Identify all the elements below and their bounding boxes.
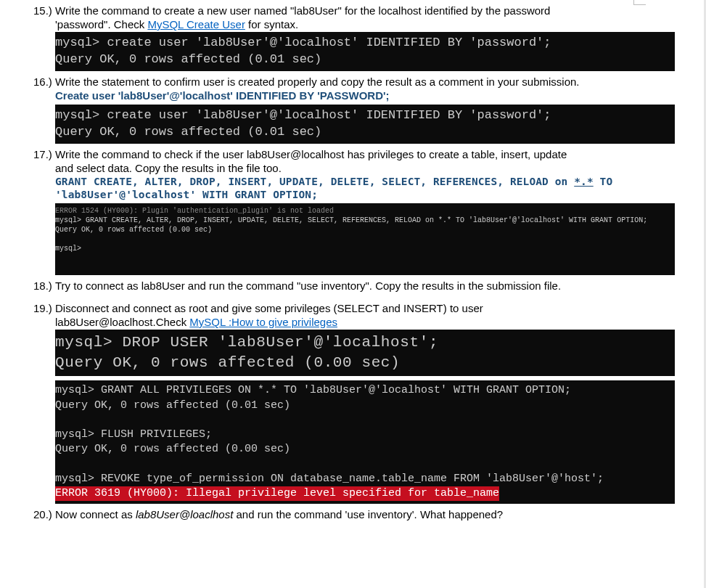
question-number: 20.) [33,508,55,520]
answer-code: GRANT CREATE, ALTER, DROP, INSERT, UPDAT… [55,176,675,187]
terminal-output: mysql> create user 'lab8User'@'localhost… [55,105,675,144]
document-page: 15.) Write the command to create a new u… [0,0,706,588]
question-text-cont: 'password". Check MySQL Create User for … [55,18,675,30]
question-17: 17.) Write the command to check if the u… [33,148,675,275]
terminal-output: mysql> create user 'lab8User'@'localhost… [55,32,675,71]
answer-code: 'lab8User'@'localhost' WITH GRANT OPTION… [55,189,675,200]
link-mysql-privileges[interactable]: MySQL :How to give privileges [189,316,337,328]
terminal-output: mysql> DROP USER 'lab8User'@'localhost';… [55,330,675,377]
question-text-cont: lab8User@loaclhost.Check MySQL :How to g… [55,316,675,328]
question-20: 20.) Now connect as lab8User@loaclhost a… [33,508,675,520]
question-text: Try to connect as lab8User and run the c… [55,279,675,292]
link-mysql-create-user[interactable]: MySQL Create User [147,18,245,30]
question-19: 19.) Disconnect and connect as root and … [33,302,675,505]
question-number: 18.) [33,279,55,292]
question-number: 19.) [33,302,55,314]
question-15: 15.) Write the command to create a new u… [33,4,675,71]
question-text-cont: and select data. Copy the results in the… [55,162,675,174]
ruler-mark [633,0,646,5]
question-text: Disconnect and connect as root and give … [55,302,675,314]
question-16: 16.) Write the statement to confirm user… [33,75,675,144]
answer-code: Create user 'lab8User'@'localhost' IDENT… [55,89,675,102]
question-text: Now connect as lab8User@loaclhost and ru… [55,508,675,520]
terminal-output: ERROR 1524 (HY000): Plugin 'authenticati… [55,203,675,275]
question-number: 17.) [33,148,55,160]
question-number: 16.) [33,75,55,88]
question-18: 18.) Try to connect as lab8User and run … [33,279,675,292]
question-text: Write the command to create a new user n… [55,4,675,17]
question-text: Write the command to check if the user l… [55,148,675,160]
question-number: 15.) [33,4,55,17]
terminal-output: mysql> GRANT ALL PRIVILEGES ON *.* TO 'l… [55,380,675,504]
question-text: Write the statement to confirm user is c… [55,75,675,88]
